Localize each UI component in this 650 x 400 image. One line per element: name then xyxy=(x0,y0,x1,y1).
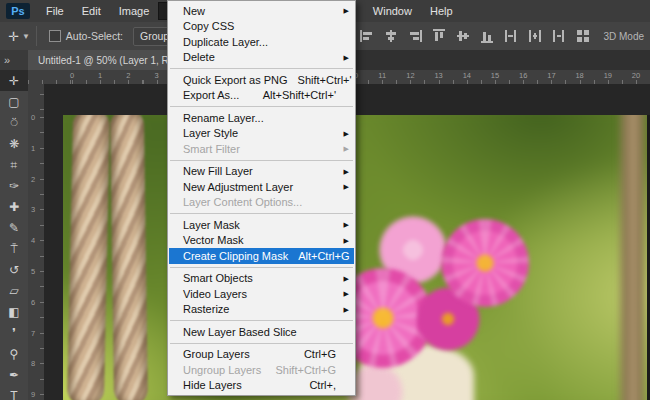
distribute-left-edges-icon[interactable] xyxy=(503,28,519,44)
quick-selection-tool[interactable]: ❋ xyxy=(0,133,28,154)
distribute-right-edges-icon[interactable] xyxy=(551,28,567,44)
blur-tool[interactable]: ❜ xyxy=(0,322,28,343)
submenu-arrow-icon: ▶ xyxy=(344,54,349,62)
ruler-number: 13 xyxy=(434,71,442,80)
menu-item-new-adjustment-layer[interactable]: New Adjustment Layer▶ xyxy=(169,179,354,195)
menu-item-label: Export As... xyxy=(183,89,253,101)
menu-item-label: New Fill Layer xyxy=(183,165,336,177)
ruler-number: 14 xyxy=(463,71,471,80)
3d-mode-label: 3D Mode xyxy=(603,31,644,42)
pen-tool[interactable]: ✒ xyxy=(0,364,28,385)
align-right-edges-icon[interactable] xyxy=(407,28,423,44)
ruler-number: 9 xyxy=(31,390,35,399)
menu-item-label: Smart Objects xyxy=(183,272,336,284)
type-tool[interactable]: T xyxy=(0,385,28,400)
menu-item-layer-mask[interactable]: Layer Mask▶ xyxy=(169,217,354,233)
menu-item-layer-content-options: Layer Content Options... xyxy=(169,195,354,211)
menu-item-vector-mask[interactable]: Vector Mask▶ xyxy=(169,233,354,249)
document-tab[interactable]: Untitled-1 @ 50% (Layer 1, RG xyxy=(28,50,188,70)
lasso-tool[interactable]: ⍥ xyxy=(0,112,28,133)
menubar-item-edit[interactable]: Edit xyxy=(73,2,110,20)
menu-item-new-layer-based-slice[interactable]: New Layer Based Slice xyxy=(169,324,354,340)
align-bottom-edges-icon[interactable] xyxy=(479,28,495,44)
menu-item-label: Copy CSS xyxy=(183,20,336,32)
ruler-number: 16 xyxy=(519,71,527,80)
align-left-edges-icon[interactable] xyxy=(359,28,375,44)
rectangular-marquee-tool[interactable]: ▢ xyxy=(0,91,28,112)
submenu-arrow-icon: ▶ xyxy=(344,275,349,283)
history-brush-tool[interactable]: ↺ xyxy=(0,259,28,280)
menu-item-label: Layer Mask xyxy=(183,219,336,231)
menubar-item-image[interactable]: Image xyxy=(110,2,159,20)
menu-item-label: Ungroup Layers xyxy=(183,364,265,376)
menu-item-label: New Adjustment Layer xyxy=(183,181,336,193)
menu-item-video-layers[interactable]: Video Layers▶ xyxy=(169,286,354,302)
eyedropper-tool[interactable]: ✑ xyxy=(0,175,28,196)
menu-item-layer-style[interactable]: Layer Style▶ xyxy=(169,126,354,142)
ruler-number: 4 xyxy=(31,236,35,245)
menu-item-delete[interactable]: Delete▶ xyxy=(169,50,354,66)
menubar-item-window[interactable]: Window xyxy=(364,2,421,20)
tool-preset-chevron-icon[interactable]: ▼ xyxy=(22,32,30,41)
menubar-item-file[interactable]: File xyxy=(37,2,73,20)
menu-item-new-fill-layer[interactable]: New Fill Layer▶ xyxy=(169,164,354,180)
ruler-number: 2 xyxy=(126,71,130,80)
ruler-number: 7 xyxy=(31,328,35,337)
menu-separator xyxy=(170,213,353,214)
menu-item-label: Video Layers xyxy=(183,288,336,300)
menu-item-export-as[interactable]: Export As...Alt+Shift+Ctrl+' xyxy=(169,88,354,104)
menu-item-ungroup-layers: Ungroup LayersShift+Ctrl+G xyxy=(169,362,354,378)
menu-item-group-layers[interactable]: Group LayersCtrl+G xyxy=(169,347,354,363)
menu-item-label: Layer Style xyxy=(183,127,336,139)
menu-item-label: Group Layers xyxy=(183,348,294,360)
menu-item-rename-layer[interactable]: Rename Layer... xyxy=(169,110,354,126)
ruler-number: 15 xyxy=(491,71,499,80)
clone-stamp-tool[interactable]: ⍑ xyxy=(0,238,28,259)
menu-item-create-clipping-mask[interactable]: Create Clipping MaskAlt+Ctrl+G xyxy=(169,248,354,264)
photo-rope-left xyxy=(67,115,110,400)
menu-item-label: Quick Export as PNG xyxy=(183,74,288,86)
menu-item-label: Rasterize xyxy=(183,303,336,315)
menu-item-shortcut: Ctrl+G xyxy=(304,348,336,360)
ruler-number: 12 xyxy=(406,71,414,80)
gradient-tool[interactable]: ◧ xyxy=(0,301,28,322)
photo-layer[interactable] xyxy=(63,115,650,400)
menu-item-label: New Layer Based Slice xyxy=(183,326,336,338)
move-tool[interactable]: ✛ xyxy=(0,70,28,91)
ruler-number: 6 xyxy=(31,297,35,306)
menu-item-label: Create Clipping Mask xyxy=(183,250,288,262)
align-top-edges-icon[interactable] xyxy=(431,28,447,44)
spot-healing-brush-tool[interactable]: ✚ xyxy=(0,196,28,217)
auto-select-checkbox[interactable] xyxy=(49,30,61,42)
ruler-number: 0 xyxy=(31,113,35,122)
menu-item-quick-export-as-png[interactable]: Quick Export as PNGShift+Ctrl+' xyxy=(169,72,354,88)
menu-item-copy-css[interactable]: Copy CSS xyxy=(169,19,354,35)
eraser-tool[interactable]: ▱ xyxy=(0,280,28,301)
crop-tool[interactable]: ⌗ xyxy=(0,154,28,175)
menu-item-shortcut: Shift+Ctrl+G xyxy=(275,364,336,376)
align-horizontal-centers-icon[interactable] xyxy=(383,28,399,44)
menu-item-hide-layers[interactable]: Hide LayersCtrl+, xyxy=(169,378,354,394)
collapse-panels-icon[interactable]: » xyxy=(0,50,28,70)
menu-item-smart-objects[interactable]: Smart Objects▶ xyxy=(169,271,354,287)
move-tool-icon[interactable]: ✛ xyxy=(8,29,19,44)
brush-tool[interactable]: ✎ xyxy=(0,217,28,238)
distribute-horizontal-centers-icon[interactable] xyxy=(527,28,543,44)
menubar-item-help[interactable]: Help xyxy=(421,2,462,20)
ruler-number: 0 xyxy=(70,71,74,80)
menu-item-shortcut: Alt+Ctrl+G xyxy=(298,250,349,262)
layer-dropdown-menu: New▶Copy CSSDuplicate Layer...Delete▶Qui… xyxy=(167,0,356,396)
dodge-tool[interactable]: ⚲ xyxy=(0,343,28,364)
ruler-number: 18 xyxy=(575,71,583,80)
ruler-number: 3 xyxy=(155,71,159,80)
menu-item-smart-filter: Smart Filter▶ xyxy=(169,141,354,157)
align-vertical-centers-icon[interactable] xyxy=(455,28,471,44)
menu-item-rasterize[interactable]: Rasterize▶ xyxy=(169,302,354,318)
vertical-ruler[interactable]: 0123456789 xyxy=(28,84,45,400)
menu-item-label: Rename Layer... xyxy=(183,112,336,124)
menu-item-duplicate-layer[interactable]: Duplicate Layer... xyxy=(169,34,354,50)
menu-item-new[interactable]: New▶ xyxy=(169,3,354,19)
submenu-arrow-icon: ▶ xyxy=(344,183,349,191)
ruler-number: 19 xyxy=(604,71,612,80)
distribute-spacing-icon[interactable] xyxy=(575,28,591,44)
